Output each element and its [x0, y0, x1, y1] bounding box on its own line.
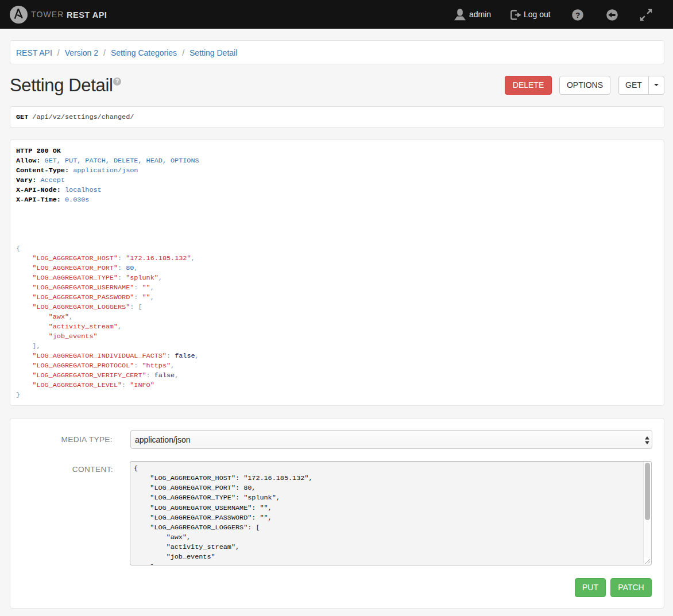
svg-text:?: ?	[575, 11, 580, 20]
